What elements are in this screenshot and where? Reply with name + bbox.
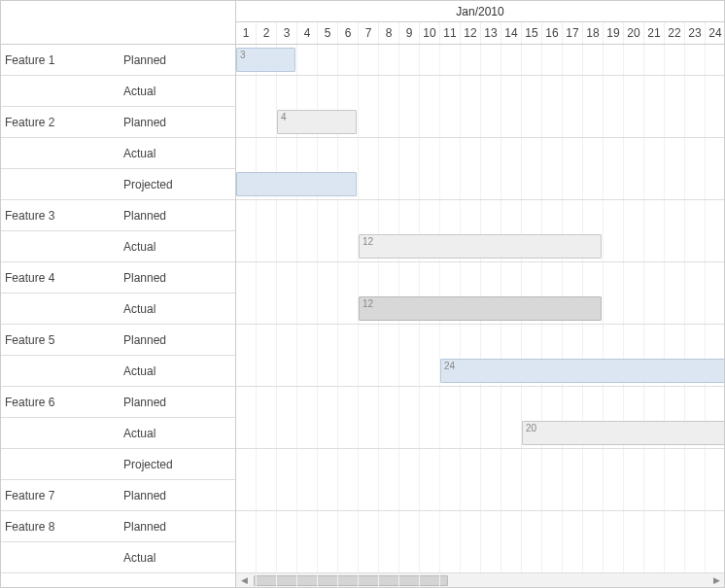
label-row: Actual: [1, 356, 235, 387]
track-type-label: Projected: [120, 178, 235, 191]
day-header-cell: 15: [522, 22, 542, 44]
track-type-label: Projected: [120, 458, 235, 471]
track-type-label: Planned: [120, 209, 235, 223]
header-timeline: Jan/2010 1234567891011121314151617181920…: [236, 1, 724, 44]
timeline-row: 12: [236, 294, 724, 325]
timeline-row: 12: [236, 231, 724, 262]
track-type-label: Actual: [120, 240, 235, 254]
timeline-row: [236, 169, 724, 200]
day-header-cell: 10: [420, 22, 440, 44]
gantt-bar-label: 3: [240, 50, 246, 60]
label-row: Feature 5Planned: [1, 325, 235, 356]
track-type-label: Actual: [120, 551, 235, 565]
timeline-row: 3: [236, 45, 724, 76]
track-type-label: Planned: [120, 53, 235, 67]
label-row: Actual: [1, 231, 235, 262]
gantt-bar-planned[interactable]: 24: [440, 359, 724, 383]
gantt-bar-actual[interactable]: 12: [359, 234, 602, 259]
track-type-label: Actual: [120, 85, 235, 98]
label-row: Feature 4Planned: [1, 262, 235, 294]
day-header-cell: 14: [501, 22, 522, 44]
track-type-label: Actual: [120, 302, 235, 316]
day-header-cell: 9: [399, 22, 420, 44]
label-row: Actual: [1, 294, 235, 325]
track-type-label: Planned: [120, 396, 235, 409]
gantt-bar-planned[interactable]: 3: [236, 48, 295, 72]
label-row: Feature 8Planned: [1, 511, 235, 542]
label-row: Actual: [1, 542, 235, 573]
day-header-cell: 7: [359, 22, 379, 44]
gantt-body: Feature 1PlannedActualFeature 2PlannedAc…: [1, 45, 724, 587]
day-header-cell: 5: [318, 22, 338, 44]
label-row: Actual: [1, 418, 235, 449]
feature-label: Feature 2: [1, 116, 120, 129]
track-type-label: Actual: [120, 147, 235, 160]
gantt-bar-label: 12: [362, 298, 373, 309]
gantt-chart: Jan/2010 1234567891011121314151617181920…: [0, 0, 725, 588]
day-header-cell: 17: [563, 22, 583, 44]
label-row: Projected: [1, 169, 235, 200]
day-header-cell: 16: [542, 22, 563, 44]
label-row: Feature 7Planned: [1, 480, 235, 511]
feature-label: Feature 5: [1, 333, 120, 347]
feature-label: Feature 7: [1, 489, 120, 502]
track-type-label: Planned: [120, 116, 235, 129]
gantt-bar-label: 12: [362, 236, 373, 247]
gantt-bar-actual[interactable]: 4: [277, 110, 357, 134]
day-header-cell: 19: [604, 22, 624, 44]
track-type-label: Actual: [120, 427, 235, 440]
row-labels-pane: Feature 1PlannedActualFeature 2PlannedAc…: [1, 45, 236, 587]
day-header-cell: 4: [297, 22, 318, 44]
day-header-cell: 18: [583, 22, 604, 44]
day-header-cell: 23: [685, 22, 706, 44]
label-row: Actual: [1, 138, 235, 169]
feature-label: Feature 3: [1, 209, 120, 223]
track-type-label: Planned: [120, 520, 235, 534]
feature-label: Feature 1: [1, 53, 120, 67]
timeline-row: 4: [236, 107, 724, 138]
timeline-row: [236, 480, 724, 511]
gantt-bar-actual[interactable]: 20: [522, 421, 724, 445]
track-type-label: Planned: [120, 333, 235, 347]
feature-label: Feature 8: [1, 520, 120, 534]
feature-label: Feature 6: [1, 396, 120, 409]
label-row: Feature 1Planned: [1, 45, 235, 76]
month-label: Jan/2010: [236, 1, 724, 22]
timeline-row: [236, 542, 724, 573]
track-type-label: Planned: [120, 489, 235, 502]
track-type-label: Planned: [120, 271, 235, 285]
label-row: Feature 2Planned: [1, 107, 235, 138]
gantt-bar-projected[interactable]: 12: [359, 296, 602, 321]
day-header-cell: 11: [440, 22, 461, 44]
feature-label: Feature 4: [1, 271, 120, 285]
header-left-blank: [1, 1, 236, 44]
day-header-cell: 13: [481, 22, 501, 44]
gantt-bar-label: 4: [281, 112, 287, 122]
day-header-cell: 22: [665, 22, 685, 44]
days-row: 123456789101112131415161718192021222324: [236, 22, 724, 44]
timeline-row: 24: [236, 356, 724, 387]
gantt-bar-planned[interactable]: [236, 172, 357, 196]
day-header-cell: 12: [461, 22, 481, 44]
day-header-cell: 6: [338, 22, 359, 44]
gantt-header: Jan/2010 1234567891011121314151617181920…: [1, 1, 724, 45]
day-header-cell: 2: [257, 22, 277, 44]
day-header-cell: 8: [379, 22, 399, 44]
day-header-cell: 20: [624, 22, 644, 44]
timeline-row: 20: [236, 418, 724, 449]
label-row: Actual: [1, 76, 235, 107]
day-header-cell: 1: [236, 22, 257, 44]
day-header-cell: 3: [277, 22, 297, 44]
label-row: Projected: [1, 449, 235, 480]
day-header-cell: 21: [644, 22, 665, 44]
label-row: Feature 3Planned: [1, 200, 235, 231]
label-row: Feature 6Planned: [1, 387, 235, 418]
track-type-label: Actual: [120, 364, 235, 378]
day-header-cell: 24: [706, 22, 724, 44]
gantt-bar-label: 20: [526, 423, 536, 433]
gantt-bar-label: 24: [444, 361, 455, 371]
timeline-pane[interactable]: ◀ ▶ 341212242016121524: [236, 45, 724, 587]
